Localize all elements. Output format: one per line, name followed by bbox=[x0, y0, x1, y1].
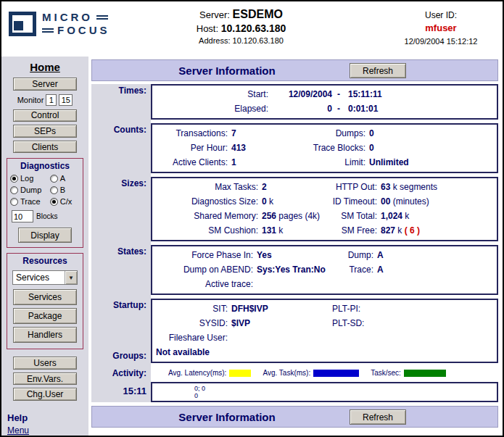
field-value bbox=[228, 330, 332, 345]
field-separator: - bbox=[332, 87, 345, 101]
radio-trace[interactable]: Trace bbox=[10, 197, 50, 206]
value-suffix: pages (4k) bbox=[276, 211, 320, 221]
radio-a-control[interactable] bbox=[50, 175, 58, 183]
chevron-down-icon[interactable]: ▼ bbox=[65, 271, 77, 284]
field-value: 0 k bbox=[258, 194, 328, 209]
refresh-button-top[interactable]: Refresh bbox=[350, 63, 406, 78]
radio-dump-label: Dump bbox=[20, 186, 41, 194]
field-separator: - bbox=[332, 101, 345, 116]
field-label: SIT: bbox=[152, 301, 228, 316]
radio-a[interactable]: A bbox=[50, 174, 80, 183]
value-num: 131 bbox=[262, 225, 276, 236]
latency-bar bbox=[229, 370, 251, 377]
logo-dash-icon bbox=[42, 28, 54, 33]
control-button[interactable]: Control bbox=[13, 109, 77, 122]
server-button[interactable]: Server bbox=[13, 78, 77, 91]
field-label bbox=[332, 330, 399, 345]
field-value: Yes bbox=[253, 248, 329, 262]
field-label: Active Clients: bbox=[152, 155, 228, 170]
field-label: Dump: bbox=[329, 248, 373, 262]
field-value bbox=[399, 301, 497, 316]
activity-time-row: 15:11 0; 0 0 bbox=[91, 382, 498, 402]
task-sec-legend-label: Task/sec: bbox=[371, 369, 401, 377]
users-button[interactable]: Users bbox=[13, 357, 77, 370]
field-value: DFH$IVP bbox=[228, 301, 332, 316]
counts-box: Transactions: 7 Dumps: 0 Per Hour: 413 T… bbox=[151, 123, 498, 173]
services-button[interactable]: Services bbox=[13, 289, 77, 305]
radio-b-control[interactable] bbox=[50, 186, 58, 194]
field-label: Force Phase In: bbox=[152, 248, 253, 262]
monitor-interval-input[interactable] bbox=[46, 94, 57, 106]
sizes-section: Sizes: Max Tasks: 2 HTTP Out: 63 k segme… bbox=[91, 177, 498, 241]
server-info-footer-bar: Server Information Refresh bbox=[91, 406, 498, 428]
monitor-count-input[interactable] bbox=[59, 94, 73, 106]
diagnostics-panel: Diagnostics Log A Dump B bbox=[7, 158, 83, 248]
field-label: Dumps: bbox=[299, 126, 365, 141]
field-label: Diagnostics Size: bbox=[152, 194, 258, 209]
radio-b-label: B bbox=[60, 186, 65, 194]
activity-time-label: 15:11 bbox=[91, 382, 151, 402]
resources-title: Resources bbox=[22, 256, 67, 266]
value-num: 1,024 bbox=[381, 211, 402, 221]
blocks-label: Blocks bbox=[36, 212, 57, 220]
activity-legend: Avg. Latency(ms): Avg. Task(ms): Task/se… bbox=[151, 369, 498, 377]
chg-user-button[interactable]: Chg.User bbox=[13, 388, 77, 401]
home-link[interactable]: Home bbox=[30, 61, 60, 73]
radio-log-control[interactable] bbox=[10, 175, 18, 183]
resources-select[interactable]: Services ▼ bbox=[12, 270, 78, 285]
field-label: Fileshare User: bbox=[152, 330, 228, 345]
field-value bbox=[373, 277, 497, 291]
field-value: 12/09/2004 bbox=[268, 87, 332, 101]
body: Home Server Monitor Control SEPs Clients… bbox=[1, 57, 503, 436]
value-suffix: k segments bbox=[390, 182, 437, 192]
footer-title: Server Information bbox=[178, 411, 275, 423]
field-label: SM Cushion: bbox=[152, 223, 258, 238]
radio-dump[interactable]: Dump bbox=[10, 186, 50, 194]
env-vars-button[interactable]: Env.Vars. bbox=[13, 373, 77, 386]
main-content: Server Information Refresh Times: Start:… bbox=[88, 57, 503, 436]
seps-button[interactable]: SEPs bbox=[13, 125, 77, 138]
field-label: Limit: bbox=[299, 155, 365, 170]
blocks-input[interactable] bbox=[12, 210, 33, 222]
field-value: Unlimited bbox=[365, 155, 497, 170]
field-label: Trace: bbox=[329, 262, 373, 277]
help-label: Help bbox=[7, 412, 28, 423]
field-label: Active trace: bbox=[152, 277, 253, 291]
radio-cx[interactable]: C/x bbox=[50, 197, 80, 206]
field-label: PLT-SD: bbox=[332, 316, 399, 330]
timestamp: 12/09/2004 15:12:12 bbox=[387, 37, 495, 46]
radio-trace-control[interactable] bbox=[10, 198, 18, 206]
refresh-button-bottom[interactable]: Refresh bbox=[350, 409, 406, 425]
field-label: Start: bbox=[152, 87, 268, 101]
value-note: ( 6 ) bbox=[402, 225, 420, 236]
startup-label: Startup: bbox=[113, 300, 146, 310]
radio-cx-control[interactable] bbox=[50, 198, 58, 206]
field-value bbox=[399, 316, 497, 330]
radio-log[interactable]: Log bbox=[10, 174, 50, 183]
value-num: 0 bbox=[262, 196, 267, 207]
host-label: Host: bbox=[197, 23, 218, 34]
logo-word-focus: FOCUS bbox=[57, 25, 110, 36]
activity-section: Activity: Avg. Latency(ms): Avg. Task(ms… bbox=[91, 367, 498, 378]
field-label: Dump on ABEND: bbox=[152, 262, 253, 277]
task-sec-bar bbox=[404, 370, 446, 377]
radio-a-label: A bbox=[60, 174, 65, 183]
clients-button[interactable]: Clients bbox=[13, 141, 77, 154]
user-id-value: mfuser bbox=[387, 22, 495, 33]
page-title: Server Information bbox=[178, 64, 275, 77]
value-num: 00 bbox=[381, 196, 390, 207]
field-value: $IVP bbox=[228, 316, 332, 330]
states-box: Force Phase In: Yes Dump: A Dump on ABEN… bbox=[151, 245, 498, 295]
field-value: 00 (minutes) bbox=[377, 194, 497, 209]
field-value: A bbox=[373, 262, 497, 277]
display-button[interactable]: Display bbox=[18, 228, 72, 243]
menu-link[interactable]: Menu bbox=[7, 425, 29, 436]
package-button[interactable]: Package bbox=[13, 308, 77, 324]
field-value: 7 bbox=[228, 126, 299, 141]
handlers-button[interactable]: Handlers bbox=[13, 327, 77, 343]
startup-box: SIT: DFH$IVP PLT-PI: SYSID: $IVP PLT-SD:… bbox=[151, 299, 498, 363]
radio-dump-control[interactable] bbox=[10, 186, 18, 194]
times-label: Times: bbox=[91, 84, 151, 120]
radio-b[interactable]: B bbox=[50, 186, 80, 194]
field-value: 15:11:11 bbox=[345, 87, 497, 101]
